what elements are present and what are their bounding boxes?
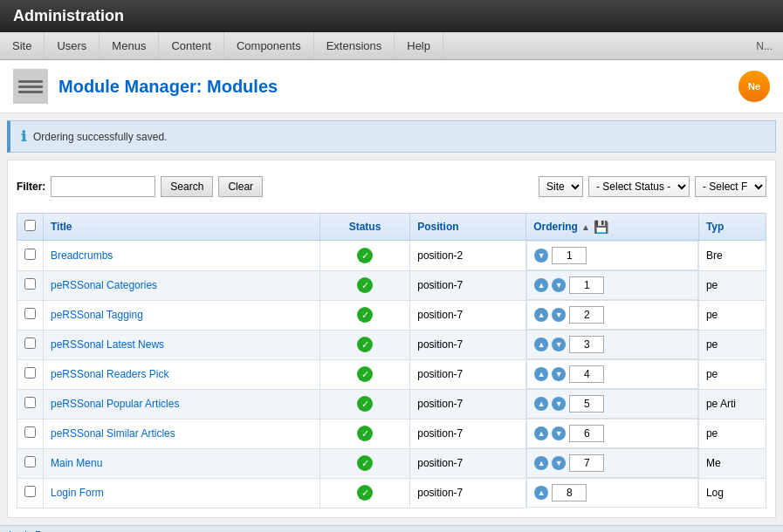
order-up-button[interactable]: ▲ [534, 426, 548, 440]
row-position-cell: position-7 [410, 300, 526, 330]
row-title-link[interactable]: peRSSonal Similar Articles [51, 427, 175, 440]
row-title-link[interactable]: Main Menu [51, 457, 102, 469]
order-up-button[interactable]: ▲ [534, 367, 548, 381]
nav-menus[interactable]: Menus [100, 32, 159, 59]
row-checkbox-cell [17, 389, 44, 419]
info-icon: ℹ [21, 128, 26, 145]
table-row: peRSSonal Categories✓position-7▲▼pe [17, 270, 766, 300]
row-checkbox[interactable] [24, 456, 36, 467]
status-enabled-icon[interactable]: ✓ [357, 307, 373, 323]
order-value-input[interactable] [552, 247, 587, 264]
row-title-link[interactable]: Login Form [51, 487, 104, 499]
filter-input[interactable] [51, 176, 155, 197]
table-row: peRSSonal Readers Pick✓position-7▲▼pe [17, 359, 766, 389]
status-column-header[interactable]: Status [319, 214, 409, 241]
order-up-button[interactable]: ▲ [534, 486, 548, 500]
row-status-cell: ✓ [319, 478, 409, 508]
nav-extensions[interactable]: Extensions [314, 32, 395, 59]
status-enabled-icon[interactable]: ✓ [357, 277, 373, 293]
status-enabled-icon[interactable]: ✓ [357, 455, 373, 471]
row-title-cell: peRSSonal Latest News [44, 330, 320, 359]
row-type-cell: pe [698, 300, 766, 330]
row-type-cell: pe [698, 270, 766, 300]
order-down-button[interactable]: ▼ [534, 249, 548, 263]
status-enabled-icon[interactable]: ✓ [357, 485, 373, 501]
row-checkbox[interactable] [24, 338, 36, 349]
order-value-input[interactable] [569, 336, 604, 353]
row-checkbox[interactable] [24, 367, 36, 379]
type-select[interactable]: - Select F [695, 176, 766, 197]
row-title-link[interactable]: peRSSonal Readers Pick [51, 368, 168, 380]
header-action-button[interactable]: Ne [738, 71, 770, 102]
row-checkbox[interactable] [24, 486, 36, 497]
table-row: Breadcrumbs✓position-2▼Bre [17, 241, 766, 271]
order-up-button[interactable]: ▲ [534, 397, 548, 411]
row-position-cell: position-7 [410, 389, 526, 419]
top-bar: Administration [0, 0, 783, 32]
title-column-header[interactable]: Title [44, 214, 320, 241]
order-down-button[interactable]: ▼ [552, 278, 566, 292]
row-title-link[interactable]: peRSSonal Tagging [51, 309, 143, 321]
row-ordering-cell: ▼ [526, 241, 698, 270]
info-message-bar: ℹ Ordering successfully saved. [7, 120, 776, 153]
row-checkbox[interactable] [24, 278, 36, 290]
clear-button[interactable]: Clear [218, 176, 263, 197]
row-title-cell: peRSSonal Readers Pick [44, 359, 320, 389]
nav-help[interactable]: Help [395, 32, 443, 59]
status-enabled-icon[interactable]: ✓ [357, 248, 373, 263]
row-status-cell: ✓ [319, 270, 409, 300]
row-checkbox-cell [17, 448, 44, 478]
nav-site[interactable]: Site [0, 32, 45, 59]
filter-right: Site - Select Status - Enabled Disabled … [539, 176, 766, 197]
row-checkbox[interactable] [24, 308, 36, 319]
status-enabled-icon[interactable]: ✓ [357, 396, 373, 412]
row-title-link[interactable]: peRSSonal Popular Articles [51, 398, 179, 410]
nav-components[interactable]: Components [224, 32, 314, 59]
row-title-link[interactable]: peRSSonal Categories [51, 279, 157, 291]
order-up-button[interactable]: ▲ [534, 338, 548, 351]
row-ordering-cell: ▲ [526, 478, 698, 508]
row-checkbox[interactable] [24, 249, 36, 260]
order-value-input[interactable] [569, 395, 604, 413]
nav-users[interactable]: Users [45, 32, 100, 59]
order-down-button[interactable]: ▼ [552, 397, 566, 411]
row-title-link[interactable]: Breadcrumbs [51, 249, 113, 262]
select-all-checkbox[interactable] [24, 220, 36, 231]
row-checkbox-cell [17, 241, 44, 271]
row-checkbox[interactable] [24, 397, 36, 408]
page-header-left: Module Manager: Modules [13, 69, 278, 104]
site-select[interactable]: Site [539, 176, 583, 197]
status-select[interactable]: - Select Status - Enabled Disabled [588, 176, 690, 197]
order-up-button[interactable]: ▲ [534, 456, 548, 470]
order-value-input[interactable] [569, 425, 604, 442]
row-status-cell: ✓ [319, 359, 409, 389]
row-status-cell: ✓ [319, 389, 409, 419]
save-order-icon[interactable]: 💾 [594, 220, 608, 234]
position-column-header[interactable]: Position [410, 214, 526, 241]
status-enabled-icon[interactable]: ✓ [357, 426, 373, 441]
order-down-button[interactable]: ▼ [552, 426, 566, 440]
order-value-input[interactable] [569, 306, 604, 324]
order-value-input[interactable] [569, 365, 604, 383]
order-down-button[interactable]: ▼ [552, 338, 566, 351]
order-value-input[interactable] [569, 276, 604, 294]
breadcrumb-link[interactable]: Login Form [9, 529, 58, 533]
row-type-cell: pe Arti [698, 389, 766, 419]
nav-content[interactable]: Content [159, 32, 224, 59]
order-down-button[interactable]: ▼ [552, 367, 566, 381]
order-up-button[interactable]: ▲ [534, 308, 548, 322]
order-value-input[interactable] [552, 484, 587, 501]
row-type-cell: pe [698, 419, 766, 448]
row-checkbox-cell [17, 478, 44, 508]
status-enabled-icon[interactable]: ✓ [357, 366, 373, 382]
order-up-button[interactable]: ▲ [534, 278, 548, 292]
order-down-button[interactable]: ▼ [552, 456, 566, 470]
row-type-cell: Me [698, 448, 766, 478]
ordering-column-header[interactable]: Ordering ▲ 💾 [526, 214, 699, 241]
order-value-input[interactable] [569, 454, 604, 472]
row-title-link[interactable]: peRSSonal Latest News [51, 338, 164, 351]
order-down-button[interactable]: ▼ [552, 308, 566, 322]
row-checkbox[interactable] [24, 426, 36, 438]
search-button[interactable]: Search [161, 176, 213, 197]
status-enabled-icon[interactable]: ✓ [357, 337, 373, 352]
